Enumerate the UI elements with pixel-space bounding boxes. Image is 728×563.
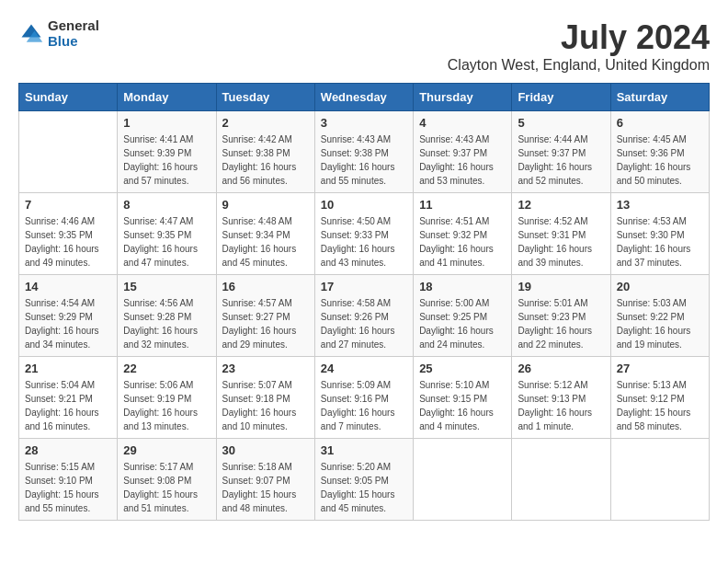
- calendar-cell: [610, 439, 709, 521]
- calendar-cell: [414, 439, 512, 521]
- day-info: Sunrise: 4:53 AM Sunset: 9:30 PM Dayligh…: [617, 214, 703, 270]
- day-info: Sunrise: 5:07 AM Sunset: 9:18 PM Dayligh…: [222, 378, 309, 433]
- calendar-cell: [19, 111, 118, 193]
- calendar-cell: 10Sunrise: 4:50 AM Sunset: 9:33 PM Dayli…: [314, 193, 413, 275]
- day-number: 27: [617, 362, 703, 375]
- day-info: Sunrise: 4:57 AM Sunset: 9:27 PM Dayligh…: [222, 296, 309, 351]
- day-number: 8: [123, 198, 210, 212]
- day-info: Sunrise: 5:06 AM Sunset: 9:19 PM Dayligh…: [123, 378, 210, 433]
- day-number: 24: [321, 362, 407, 375]
- day-info: Sunrise: 4:45 AM Sunset: 9:36 PM Dayligh…: [617, 132, 703, 188]
- day-number: 31: [321, 443, 407, 457]
- day-info: Sunrise: 4:48 AM Sunset: 9:34 PM Dayligh…: [222, 214, 309, 270]
- day-number: 22: [123, 362, 210, 375]
- calendar-cell: 13Sunrise: 4:53 AM Sunset: 9:30 PM Dayli…: [610, 193, 709, 275]
- calendar-cell: 2Sunrise: 4:42 AM Sunset: 9:38 PM Daylig…: [216, 111, 314, 193]
- day-number: 26: [518, 362, 604, 375]
- calendar-cell: 23Sunrise: 5:07 AM Sunset: 9:18 PM Dayli…: [216, 357, 314, 439]
- logo-icon: [18, 21, 44, 47]
- day-info: Sunrise: 4:43 AM Sunset: 9:38 PM Dayligh…: [321, 132, 407, 188]
- calendar-cell: 4Sunrise: 4:43 AM Sunset: 9:37 PM Daylig…: [414, 111, 512, 193]
- day-info: Sunrise: 4:47 AM Sunset: 9:35 PM Dayligh…: [123, 214, 210, 270]
- day-number: 2: [222, 116, 309, 130]
- day-number: 3: [321, 116, 407, 130]
- day-number: 1: [123, 116, 210, 130]
- day-info: Sunrise: 4:50 AM Sunset: 9:33 PM Dayligh…: [321, 214, 407, 270]
- logo-general-text: General: [48, 18, 99, 34]
- day-info: Sunrise: 4:52 AM Sunset: 9:31 PM Dayligh…: [518, 214, 604, 270]
- weekday-header-monday: Monday: [118, 84, 216, 111]
- weekday-header-friday: Friday: [512, 84, 610, 111]
- calendar-cell: 26Sunrise: 5:12 AM Sunset: 9:13 PM Dayli…: [512, 357, 610, 439]
- calendar-cell: 22Sunrise: 5:06 AM Sunset: 9:19 PM Dayli…: [118, 357, 216, 439]
- day-number: 13: [617, 198, 703, 212]
- day-info: Sunrise: 4:42 AM Sunset: 9:38 PM Dayligh…: [222, 132, 309, 188]
- weekday-header-row: SundayMondayTuesdayWednesdayThursdayFrid…: [19, 84, 710, 111]
- calendar-week-4: 28Sunrise: 5:15 AM Sunset: 9:10 PM Dayli…: [19, 439, 710, 521]
- day-info: Sunrise: 5:09 AM Sunset: 9:16 PM Dayligh…: [321, 378, 407, 433]
- day-info: Sunrise: 5:01 AM Sunset: 9:23 PM Dayligh…: [518, 296, 604, 351]
- location-title: Clayton West, England, United Kingdom: [448, 57, 710, 74]
- day-info: Sunrise: 4:58 AM Sunset: 9:26 PM Dayligh…: [321, 296, 407, 351]
- calendar-cell: 18Sunrise: 5:00 AM Sunset: 9:25 PM Dayli…: [414, 275, 512, 357]
- day-info: Sunrise: 5:15 AM Sunset: 9:10 PM Dayligh…: [25, 460, 111, 515]
- day-number: 6: [617, 116, 703, 130]
- calendar-week-3: 21Sunrise: 5:04 AM Sunset: 9:21 PM Dayli…: [19, 357, 710, 439]
- day-number: 12: [518, 198, 604, 212]
- calendar-cell: 16Sunrise: 4:57 AM Sunset: 9:27 PM Dayli…: [216, 275, 314, 357]
- day-number: 18: [419, 280, 506, 293]
- day-number: 19: [518, 280, 604, 293]
- calendar-cell: 11Sunrise: 4:51 AM Sunset: 9:32 PM Dayli…: [414, 193, 512, 275]
- day-info: Sunrise: 5:00 AM Sunset: 9:25 PM Dayligh…: [419, 296, 506, 351]
- calendar-cell: 6Sunrise: 4:45 AM Sunset: 9:36 PM Daylig…: [610, 111, 709, 193]
- day-info: Sunrise: 5:13 AM Sunset: 9:12 PM Dayligh…: [617, 378, 703, 433]
- calendar-cell: 7Sunrise: 4:46 AM Sunset: 9:35 PM Daylig…: [19, 193, 118, 275]
- day-number: 15: [123, 280, 210, 293]
- calendar-cell: 30Sunrise: 5:18 AM Sunset: 9:07 PM Dayli…: [216, 439, 314, 521]
- day-info: Sunrise: 4:43 AM Sunset: 9:37 PM Dayligh…: [419, 132, 506, 188]
- calendar-week-2: 14Sunrise: 4:54 AM Sunset: 9:29 PM Dayli…: [19, 275, 710, 357]
- calendar-cell: 21Sunrise: 5:04 AM Sunset: 9:21 PM Dayli…: [19, 357, 118, 439]
- day-info: Sunrise: 4:44 AM Sunset: 9:37 PM Dayligh…: [518, 132, 604, 188]
- page-header: General Blue July 2024 Clayton West, Eng…: [18, 18, 710, 74]
- day-info: Sunrise: 5:17 AM Sunset: 9:08 PM Dayligh…: [123, 460, 210, 515]
- day-number: 28: [25, 443, 111, 457]
- day-number: 23: [222, 362, 309, 375]
- weekday-header-saturday: Saturday: [610, 84, 709, 111]
- calendar-cell: 5Sunrise: 4:44 AM Sunset: 9:37 PM Daylig…: [512, 111, 610, 193]
- day-number: 14: [25, 280, 111, 293]
- calendar-cell: 19Sunrise: 5:01 AM Sunset: 9:23 PM Dayli…: [512, 275, 610, 357]
- day-info: Sunrise: 4:56 AM Sunset: 9:28 PM Dayligh…: [123, 296, 210, 351]
- calendar-cell: 3Sunrise: 4:43 AM Sunset: 9:38 PM Daylig…: [314, 111, 413, 193]
- calendar-cell: 29Sunrise: 5:17 AM Sunset: 9:08 PM Dayli…: [118, 439, 216, 521]
- day-number: 11: [419, 198, 506, 212]
- title-block: July 2024 Clayton West, England, United …: [448, 18, 710, 74]
- calendar-cell: 9Sunrise: 4:48 AM Sunset: 9:34 PM Daylig…: [216, 193, 314, 275]
- day-info: Sunrise: 5:04 AM Sunset: 9:21 PM Dayligh…: [25, 378, 111, 433]
- day-number: 9: [222, 198, 309, 212]
- day-number: 5: [518, 116, 604, 130]
- day-info: Sunrise: 5:18 AM Sunset: 9:07 PM Dayligh…: [222, 460, 309, 515]
- day-number: 4: [419, 116, 506, 130]
- day-info: Sunrise: 4:51 AM Sunset: 9:32 PM Dayligh…: [419, 214, 506, 270]
- day-number: 25: [419, 362, 506, 375]
- day-number: 10: [321, 198, 407, 212]
- calendar-cell: 17Sunrise: 4:58 AM Sunset: 9:26 PM Dayli…: [314, 275, 413, 357]
- calendar-cell: 15Sunrise: 4:56 AM Sunset: 9:28 PM Dayli…: [118, 275, 216, 357]
- month-title: July 2024: [448, 18, 710, 57]
- logo: General Blue: [18, 18, 99, 49]
- day-info: Sunrise: 4:41 AM Sunset: 9:39 PM Dayligh…: [123, 132, 210, 188]
- weekday-header-wednesday: Wednesday: [314, 84, 413, 111]
- day-info: Sunrise: 5:03 AM Sunset: 9:22 PM Dayligh…: [617, 296, 703, 351]
- day-number: 20: [617, 280, 703, 293]
- weekday-header-sunday: Sunday: [19, 84, 118, 111]
- day-number: 7: [25, 198, 111, 212]
- weekday-header-tuesday: Tuesday: [216, 84, 314, 111]
- calendar-cell: 12Sunrise: 4:52 AM Sunset: 9:31 PM Dayli…: [512, 193, 610, 275]
- day-number: 16: [222, 280, 309, 293]
- day-number: 29: [123, 443, 210, 457]
- day-info: Sunrise: 5:10 AM Sunset: 9:15 PM Dayligh…: [419, 378, 506, 433]
- day-info: Sunrise: 4:46 AM Sunset: 9:35 PM Dayligh…: [25, 214, 111, 270]
- calendar-table: SundayMondayTuesdayWednesdayThursdayFrid…: [18, 83, 710, 521]
- day-number: 21: [25, 362, 111, 375]
